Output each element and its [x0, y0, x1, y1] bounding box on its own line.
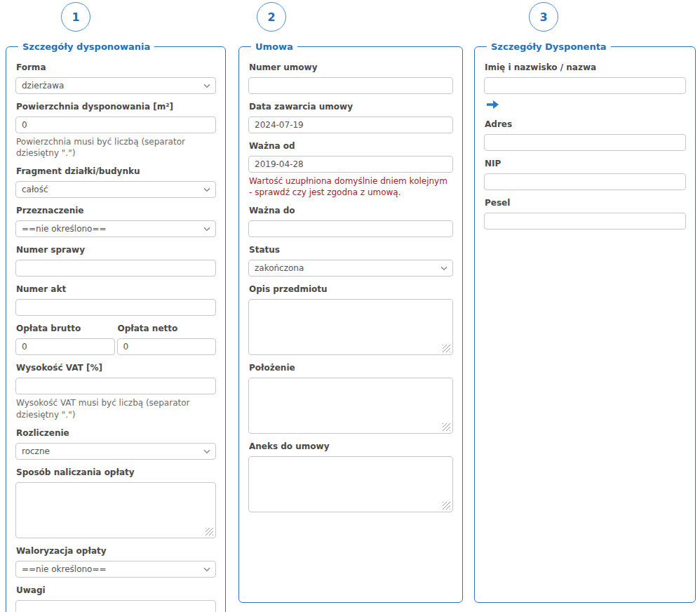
disposal-form-page: 1 Szczegóły dysponowania Forma dzierżawa…	[0, 0, 700, 612]
fieldset-szczegoly-dysponenta: Szczegóły Dysponenta Imię i nazwisko / n…	[474, 41, 696, 603]
legend-szczegoly-dysponenta: Szczegóły Dysponenta	[487, 41, 611, 52]
field-data-zawarcia: Data zawarcia umowy	[248, 101, 453, 133]
aneks-textarea[interactable]	[248, 456, 453, 512]
forma-select-wrap: dzierżawa	[15, 77, 216, 94]
opis-przedmiotu-label: Opis przedmiotu	[249, 284, 453, 295]
fieldset-szczegoly-dysponowania: Szczegóły dysponowania Forma dzierżawa P…	[6, 41, 226, 612]
numer-umowy-label: Numer umowy	[249, 62, 453, 73]
field-fragment: Fragment działki/budynku całość	[15, 166, 216, 198]
imie-nazwisko-label: Imię i nazwisko / nazwa	[485, 62, 686, 73]
powierzchnia-label: Powierzchnia dysponowania [m²]	[16, 101, 216, 112]
field-waloryzacja: Waloryzacja opłaty ==nie określono==	[15, 545, 216, 578]
adres-input[interactable]	[484, 134, 686, 151]
field-powierzchnia: Powierzchnia dysponowania [m²] Powierzch…	[15, 101, 216, 159]
sposob-naliczania-label: Sposób naliczania opłaty	[16, 467, 216, 478]
legend-szczegoly-dysponowania: Szczegóły dysponowania	[18, 41, 154, 52]
field-oplata-netto: Opłata netto	[117, 323, 217, 355]
field-rozliczenie: Rozliczenie roczne	[15, 427, 216, 460]
opis-przedmiotu-textarea[interactable]	[248, 299, 453, 355]
wazna-do-label: Ważna do	[249, 205, 453, 216]
vat-input[interactable]	[15, 378, 216, 394]
polozenie-textarea[interactable]	[248, 378, 453, 434]
vat-label: Wysokość VAT [%]	[16, 362, 216, 373]
aneks-label: Aneks do umowy	[249, 441, 453, 452]
step-number-1: 1	[72, 11, 79, 24]
pesel-input[interactable]	[484, 213, 686, 230]
przeznaczenie-select-wrap: ==nie określono==	[15, 220, 216, 237]
step-number-3: 3	[539, 11, 547, 24]
sposob-naliczania-textarea[interactable]	[15, 482, 216, 538]
data-zawarcia-input[interactable]	[248, 117, 453, 133]
field-status: Status zakończona	[248, 244, 453, 277]
polozenie-label: Położenie	[249, 362, 453, 373]
status-select-wrap: zakończona	[248, 260, 453, 277]
step-indicator-1: 1	[61, 2, 90, 32]
numer-akt-input[interactable]	[15, 299, 216, 316]
fieldset-umowa: Umowa Numer umowy Data zawarcia umowy Wa…	[238, 41, 463, 603]
wazna-od-input[interactable]	[248, 156, 453, 173]
field-imie-nazwisko: Imię i nazwisko / nazwa	[484, 62, 686, 112]
column-szczegoly-dysponowania: 1 Szczegóły dysponowania Forma dzierżawa…	[6, 2, 226, 612]
step-indicator-2: 2	[257, 2, 286, 32]
fragment-select[interactable]: całość	[15, 181, 216, 198]
wazna-od-warning-text: Wartość uzupłniona domyślnie dniem kolej…	[249, 175, 453, 198]
nip-input[interactable]	[484, 173, 686, 190]
powierzchnia-input[interactable]	[15, 117, 216, 133]
legend-umowa: Umowa	[251, 41, 297, 52]
fragment-select-wrap: całość	[15, 181, 216, 198]
arrow-right-icon	[487, 101, 499, 112]
column-umowa: 2 Umowa Numer umowy Data zawarcia umowy …	[238, 2, 463, 603]
field-aneks: Aneks do umowy	[248, 441, 453, 512]
step-number-2: 2	[267, 11, 275, 24]
waloryzacja-label: Waloryzacja opłaty	[16, 545, 216, 557]
data-zawarcia-label: Data zawarcia umowy	[249, 101, 453, 112]
field-numer-akt: Numer akt	[15, 284, 216, 316]
field-nip: NIP	[484, 158, 686, 190]
oplata-netto-input[interactable]	[117, 338, 217, 355]
numer-akt-label: Numer akt	[16, 284, 216, 295]
field-oplata-brutto: Opłata brutto	[15, 323, 115, 355]
fragment-label: Fragment działki/budynku	[16, 166, 216, 177]
waloryzacja-select-wrap: ==nie określono==	[15, 561, 216, 578]
adres-label: Adres	[485, 119, 686, 130]
rozliczenie-select-wrap: roczne	[15, 443, 216, 460]
field-sposob-naliczania: Sposób naliczania opłaty	[15, 467, 216, 538]
przeznaczenie-label: Przeznaczenie	[16, 205, 216, 216]
field-wazna-od: Ważna od Wartość uzupłniona domyślnie dn…	[248, 140, 453, 198]
rozliczenie-select[interactable]: roczne	[15, 443, 216, 460]
numer-sprawy-input[interactable]	[15, 260, 216, 277]
oplata-brutto-label: Opłata brutto	[16, 323, 115, 334]
field-numer-sprawy: Numer sprawy	[15, 244, 216, 277]
numer-sprawy-label: Numer sprawy	[16, 244, 216, 255]
oplata-brutto-input[interactable]	[15, 338, 115, 355]
field-opis-przedmiotu: Opis przedmiotu	[248, 284, 453, 355]
field-pesel: Pesel	[484, 197, 686, 230]
status-label: Status	[249, 244, 453, 255]
field-polozenie: Położenie	[248, 362, 453, 434]
wazna-od-label: Ważna od	[249, 140, 453, 152]
pesel-label: Pesel	[485, 197, 686, 208]
numer-umowy-input[interactable]	[248, 77, 453, 94]
rozliczenie-label: Rozliczenie	[16, 427, 216, 439]
field-numer-umowy: Numer umowy	[248, 62, 453, 94]
forma-select[interactable]: dzierżawa	[15, 77, 216, 94]
dysponent-arrow-button[interactable]	[487, 100, 499, 109]
column-szczegoly-dysponenta: 3 Szczegóły Dysponenta Imię i nazwisko /…	[474, 2, 696, 603]
nip-label: NIP	[485, 158, 686, 169]
waloryzacja-select[interactable]: ==nie określono==	[15, 561, 216, 578]
vat-help-text: Wysokość VAT musi być liczbą (separator …	[16, 397, 216, 420]
wazna-do-input[interactable]	[248, 220, 453, 237]
forma-label: Forma	[16, 62, 216, 73]
powierzchnia-help-text: Powierzchnia musi być liczbą (separator …	[16, 136, 216, 159]
field-adres: Adres	[484, 119, 686, 151]
status-select[interactable]: zakończona	[248, 260, 453, 277]
field-uwagi: Uwagi	[15, 585, 216, 612]
uwagi-textarea[interactable]	[15, 600, 216, 612]
imie-nazwisko-input[interactable]	[484, 77, 686, 94]
oplata-netto-label: Opłata netto	[118, 323, 217, 334]
field-przeznaczenie: Przeznaczenie ==nie określono==	[15, 205, 216, 237]
field-wazna-do: Ważna do	[248, 205, 453, 237]
przeznaczenie-select[interactable]: ==nie określono==	[15, 220, 216, 237]
step-indicator-3: 3	[529, 2, 558, 32]
uwagi-label: Uwagi	[16, 585, 216, 596]
